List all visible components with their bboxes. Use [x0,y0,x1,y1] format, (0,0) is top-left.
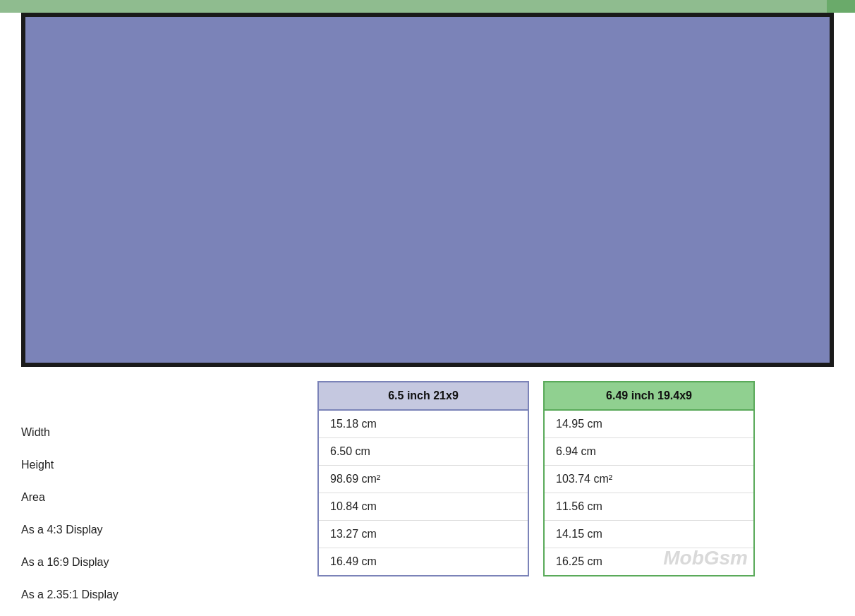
label-235-display: As a 2.35:1 Display [21,579,317,611]
label-43-display: As a 4:3 Display [21,514,317,546]
table-row: 16.49 cm [318,548,528,576]
top-bar [0,0,855,13]
green-169: 14.15 cm [544,521,754,548]
blue-height: 6.50 cm [318,438,528,466]
row-labels: Width Height Area As a 4:3 Display As a … [21,381,317,611]
table-row: 103.74 cm² [544,466,754,493]
table-green: 6.49 inch 19.4x9 14.95 cm 6.94 cm 103.74… [543,381,755,576]
blue-235: 16.49 cm [318,548,528,576]
green-height: 6.94 cm [544,438,754,466]
green-area: 103.74 cm² [544,466,754,493]
table-row: 10.84 cm [318,493,528,521]
display-inner [25,17,830,363]
top-bar-accent [827,0,855,13]
table-row: 6.94 cm [544,438,754,466]
blue-width: 15.18 cm [318,410,528,438]
table-row: 98.69 cm² [318,466,528,493]
blue-43: 10.84 cm [318,493,528,521]
table-row: 11.56 cm [544,493,754,521]
green-43: 11.56 cm [544,493,754,521]
display-outer [21,13,834,367]
green-width: 14.95 cm [544,410,754,438]
table-row: 13.27 cm [318,521,528,548]
blue-area: 98.69 cm² [318,466,528,493]
table-section: Width Height Area As a 4:3 Display As a … [0,367,855,616]
table-row: 15.18 cm [318,410,528,438]
table-row: 14.15 cm [544,521,754,548]
tables-wrapper: 6.5 inch 21x9 15.18 cm 6.50 cm 98.69 cm²… [317,381,755,576]
table-blue: 6.5 inch 21x9 15.18 cm 6.50 cm 98.69 cm²… [317,381,529,576]
label-169-display: As a 16:9 Display [21,546,317,579]
display-container [0,13,855,367]
table-row: 6.50 cm [318,438,528,466]
label-header [21,381,317,416]
label-height: Height [21,449,317,481]
table-row: 16.25 cm [544,548,754,576]
green-235: 16.25 cm [544,548,754,576]
table-blue-header: 6.5 inch 21x9 [318,382,528,410]
blue-169: 13.27 cm [318,521,528,548]
label-area: Area [21,481,317,514]
label-width: Width [21,416,317,449]
table-green-header: 6.49 inch 19.4x9 [544,382,754,410]
table-row: 14.95 cm [544,410,754,438]
